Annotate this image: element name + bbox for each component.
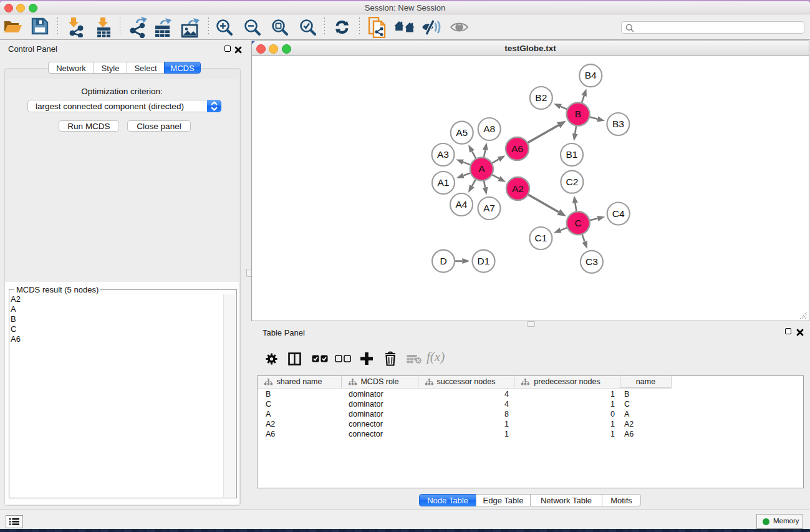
svg-text:B: B	[575, 109, 581, 119]
svg-text:A: A	[478, 163, 485, 174]
svg-text:C2: C2	[566, 177, 578, 187]
svg-text:A2: A2	[512, 183, 524, 194]
svg-text:A6: A6	[511, 143, 523, 154]
svg-text:B4: B4	[585, 70, 597, 80]
svg-text:C: C	[575, 218, 582, 228]
svg-text:A5: A5	[456, 127, 468, 138]
svg-text:B3: B3	[612, 118, 624, 129]
svg-text:D1: D1	[478, 256, 490, 266]
svg-text:D: D	[440, 256, 446, 266]
svg-text:A4: A4	[456, 199, 468, 210]
svg-text:C1: C1	[534, 233, 547, 243]
svg-text:A8: A8	[483, 123, 495, 134]
svg-text:C4: C4	[612, 208, 625, 219]
svg-text:A1: A1	[438, 177, 450, 188]
svg-text:A3: A3	[437, 149, 449, 160]
svg-text:B2: B2	[535, 92, 547, 103]
svg-text:B1: B1	[566, 149, 578, 160]
svg-text:C3: C3	[586, 256, 598, 267]
svg-text:A7: A7	[483, 203, 495, 213]
